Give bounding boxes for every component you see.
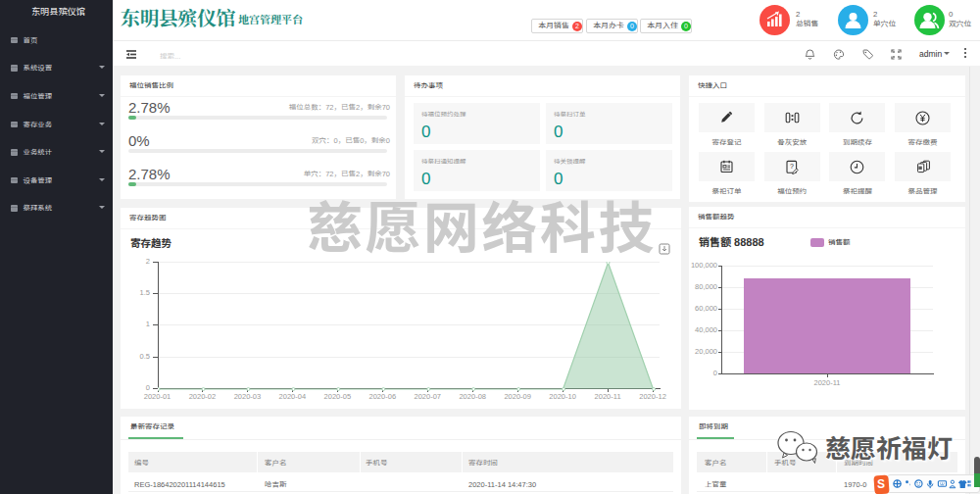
svg-text:?: ? <box>790 163 794 170</box>
